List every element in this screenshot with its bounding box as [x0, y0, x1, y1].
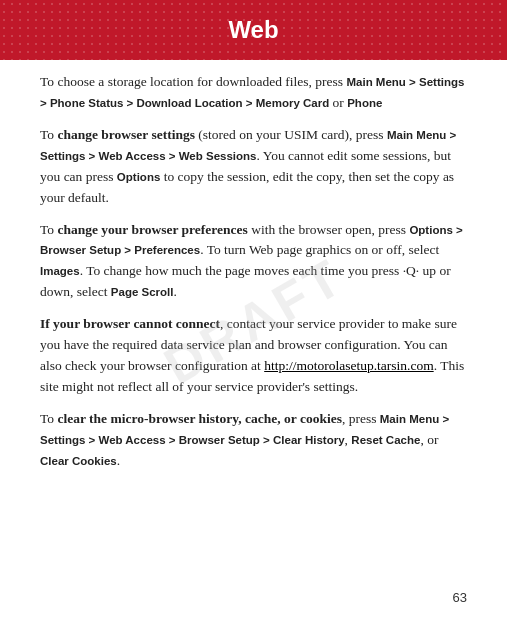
normal-text: To: [40, 222, 57, 237]
normal-text: with the browser open, press: [248, 222, 410, 237]
mono-text: Clear History: [273, 434, 345, 446]
normal-text: , or: [420, 432, 438, 447]
bold-text: clear the micro-browser history, cache, …: [57, 411, 341, 426]
mono-text: Phone Status: [50, 97, 123, 109]
main-content: To choose a storage location for downloa…: [0, 60, 507, 495]
mono-text: Main Menu: [387, 129, 446, 141]
mono-text: Clear Cookies: [40, 455, 117, 467]
normal-text: .: [117, 453, 120, 468]
normal-text: or: [329, 95, 347, 110]
mono-text: Web Sessions: [179, 150, 257, 162]
mono-text: >: [406, 76, 419, 88]
normal-text: . To change how much the page moves each…: [80, 263, 403, 278]
mono-text: >: [453, 224, 463, 236]
bold-text: change browser settings: [57, 127, 195, 142]
mono-text: Settings: [40, 150, 85, 162]
bold-text: change your browser preferences: [57, 222, 247, 237]
mono-text: >: [166, 150, 179, 162]
mono-text: >: [243, 97, 256, 109]
paragraph-p2: To change browser settings (stored on yo…: [40, 125, 467, 209]
mono-text: >: [260, 434, 273, 446]
mono-text: Browser Setup: [179, 434, 260, 446]
mono-text: >: [121, 244, 134, 256]
paragraph-p1: To choose a storage location for downloa…: [40, 72, 467, 114]
mono-text: Memory Card: [256, 97, 330, 109]
mono-text: Web Access: [98, 150, 165, 162]
inline-link[interactable]: http://motorolasetup.tarsin.com: [264, 358, 433, 373]
mono-text: Main Menu: [380, 413, 439, 425]
paragraph-p4: If your browser cannot connect, contact …: [40, 314, 467, 398]
mono-text: Browser Setup: [40, 244, 121, 256]
mono-text: Options: [409, 224, 452, 236]
normal-text: (stored on your USIM card), press: [195, 127, 387, 142]
normal-text: , press: [342, 411, 380, 426]
normal-text: . To turn Web page graphics on or off, s…: [200, 242, 439, 257]
bold-text: If your browser cannot connect: [40, 316, 220, 331]
header-bar: Web: [0, 0, 507, 60]
mono-text: >: [166, 434, 179, 446]
mono-text: Settings: [419, 76, 464, 88]
mono-text: Settings: [40, 434, 85, 446]
mono-text: Web Access: [98, 434, 165, 446]
mono-text: Page Scroll: [111, 286, 174, 298]
page-title: Web: [228, 16, 278, 44]
mono-text: >: [40, 97, 50, 109]
normal-text: .: [174, 284, 177, 299]
mono-text: >: [439, 413, 449, 425]
mono-text: >: [85, 434, 98, 446]
mono-text: >: [446, 129, 456, 141]
page-number: 63: [453, 590, 467, 605]
paragraph-p3: To change your browser preferences with …: [40, 220, 467, 304]
normal-text: ·Q·: [403, 263, 420, 278]
mono-text: Download Location: [137, 97, 243, 109]
mono-text: Phone: [347, 97, 382, 109]
paragraph-p5: To clear the micro-browser history, cach…: [40, 409, 467, 472]
mono-text: Options: [117, 171, 160, 183]
mono-text: >: [85, 150, 98, 162]
normal-text: To: [40, 411, 57, 426]
mono-text: Preferences: [134, 244, 200, 256]
mono-text: >: [123, 97, 136, 109]
mono-text: Main Menu: [346, 76, 405, 88]
normal-text: To choose a storage location for downloa…: [40, 74, 346, 89]
normal-text: To: [40, 127, 57, 142]
mono-text: Reset Cache: [351, 434, 420, 446]
mono-text: Images: [40, 265, 80, 277]
